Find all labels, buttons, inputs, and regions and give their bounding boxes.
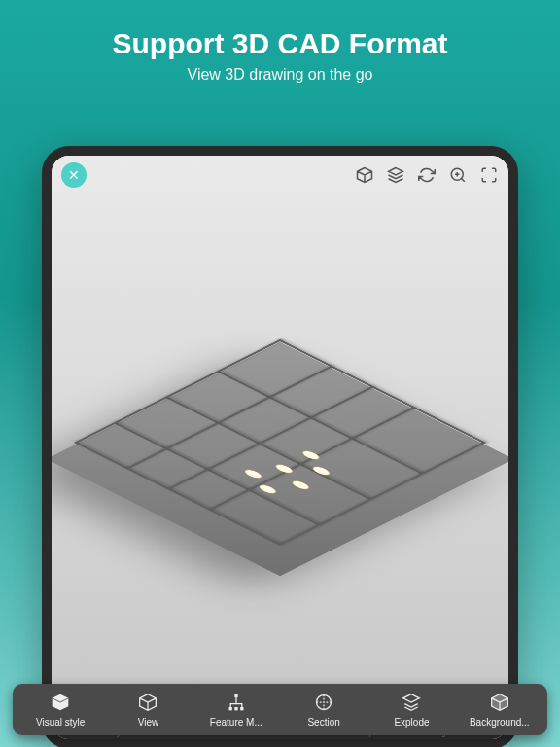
background-icon [489, 692, 510, 713]
refresh-icon[interactable] [417, 165, 437, 185]
zoom-icon[interactable] [448, 165, 468, 185]
fullscreen-icon[interactable] [479, 165, 499, 185]
section-icon [313, 692, 334, 713]
layers-icon[interactable] [386, 165, 405, 185]
tool-background[interactable]: Background... [461, 692, 539, 728]
promo-subtitle: View 3D drawing on the go [19, 66, 541, 84]
close-icon: ✕ [68, 167, 80, 183]
tablet-frame: ✕ Visual style [42, 146, 518, 747]
svg-rect-1 [234, 694, 237, 697]
tool-visual-style[interactable]: Visual style [21, 692, 99, 728]
building-model [76, 255, 484, 663]
tool-label: Background... [470, 717, 530, 728]
tree-icon [226, 692, 247, 713]
tool-feature-manager[interactable]: Feature M... [197, 692, 275, 728]
bottom-toolbar: Visual style View Feature M... Section E… [13, 684, 547, 735]
svg-rect-4 [240, 707, 243, 710]
explode-icon [401, 692, 422, 713]
tool-section[interactable]: Section [285, 692, 363, 728]
tool-explode[interactable]: Explode [372, 692, 450, 728]
cad-viewport[interactable] [52, 156, 508, 739]
tool-label: Explode [394, 717, 429, 728]
tool-label: View [138, 717, 159, 728]
cube-wire-icon [137, 692, 158, 713]
tool-view[interactable]: View [109, 692, 187, 728]
tool-label: Feature M... [210, 717, 262, 728]
cube-icon[interactable] [355, 165, 374, 185]
svg-rect-2 [228, 707, 231, 710]
promo-header: Support 3D CAD Format View 3D drawing on… [0, 0, 560, 95]
app-screen: ✕ Visual style [52, 156, 508, 739]
viewer-topbar: ✕ [52, 156, 508, 195]
close-button[interactable]: ✕ [61, 162, 87, 188]
cube-solid-icon [50, 692, 71, 713]
topbar-actions [355, 165, 499, 185]
tool-label: Visual style [36, 717, 85, 728]
tool-label: Section [307, 717, 339, 728]
svg-rect-3 [234, 707, 237, 710]
promo-title: Support 3D CAD Format [19, 27, 541, 60]
